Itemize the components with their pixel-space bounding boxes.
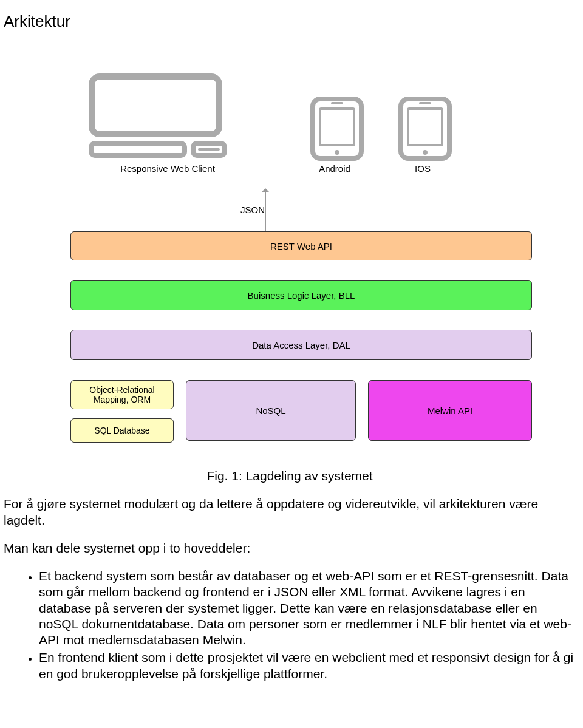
list-item: En frontend klient som i dette prosjekte…	[39, 650, 576, 682]
clients-row: Responsive Web Client Android IOS	[70, 55, 532, 177]
page-title: Arkitektur	[4, 12, 583, 31]
json-arrow-icon	[265, 192, 266, 231]
body-text: Fig. 1: Lagdeling av systemet For å gjør…	[4, 468, 576, 682]
layer-melwin: Melwin API	[368, 380, 532, 441]
layer-sqldb: SQL Database	[70, 418, 174, 443]
bullet-list: Et backend system som består av database…	[4, 568, 576, 682]
client-label-ios: IOS	[386, 163, 459, 174]
list-item: Et backend system som består av database…	[39, 568, 576, 648]
paragraph: Man kan dele systemet opp i to hoveddele…	[4, 540, 576, 556]
layer-bll: Buisness Logic Layer, BLL	[70, 280, 532, 310]
json-label: JSON	[240, 205, 265, 215]
layer-orm: Object-Relational Mapping, ORM	[70, 380, 174, 409]
client-label-android: Android	[298, 163, 371, 174]
layer-rest: REST Web API	[70, 231, 532, 260]
tablet-icon	[310, 97, 364, 161]
figure-caption: Fig. 1: Lagdeling av systemet	[4, 468, 576, 484]
layer-dal: Data Access Layer, DAL	[70, 330, 532, 360]
client-label-web: Responsive Web Client	[107, 163, 228, 174]
tablet-icon	[398, 97, 452, 161]
architecture-diagram: Responsive Web Client Android IOS JSON R…	[70, 55, 550, 468]
paragraph: For å gjøre systemet modulært og da lett…	[4, 496, 576, 528]
layer-nosql: NoSQL	[186, 380, 356, 441]
computer-icon	[89, 73, 227, 158]
